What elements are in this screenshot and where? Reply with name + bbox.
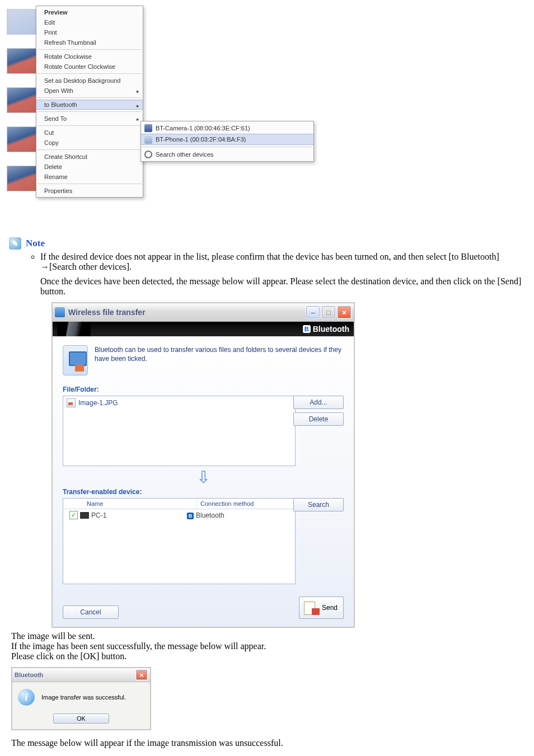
delete-button[interactable]: Delete — [293, 412, 344, 426]
note-bullet: If the desired device does not appear in… — [40, 252, 533, 297]
thumbnail-image — [6, 125, 38, 153]
col-connection-header[interactable]: Connection method — [197, 499, 295, 509]
window-body: Bluetooth can be used to transfer variou… — [53, 336, 354, 627]
search-icon — [144, 151, 152, 158]
brand-label: BBluetooth — [303, 325, 349, 334]
note-heading-row: ✎ Note — [9, 237, 533, 250]
context-menu: Preview Edit Print Refresh Thumbnail Rot… — [36, 6, 143, 198]
device-row[interactable]: ✓ PC-1 BBluetooth — [63, 509, 295, 521]
wireless-transfer-window: Wireless file transfer – □ × BBluetooth … — [51, 302, 355, 628]
paragraph-success: If the image has been sent successfully,… — [11, 641, 533, 651]
menu-send-to[interactable]: Send To▸ — [36, 114, 143, 124]
note-heading: Note — [26, 238, 45, 249]
info-icon: i — [18, 689, 35, 706]
menu-copy[interactable]: Copy — [36, 138, 143, 148]
brand-bar: BBluetooth — [53, 322, 354, 336]
device-name: PC-1 — [91, 511, 106, 519]
menu-preview[interactable]: Preview — [36, 7, 143, 17]
menu-cut[interactable]: Cut — [36, 128, 143, 138]
submenu-device-phone[interactable]: BT-Phone-1 (00:03:2F:04:BA:F3) — [141, 134, 313, 145]
search-button[interactable]: Search — [293, 498, 344, 511]
transfer-icon — [63, 345, 88, 375]
msgbox-title: Bluetooth — [15, 672, 43, 678]
menu-create-shortcut[interactable]: Create Shortcut — [36, 152, 143, 162]
paragraph-click-ok: Please click on the [OK] button. — [11, 651, 533, 661]
close-button[interactable]: × — [337, 306, 352, 319]
submenu-device-camera[interactable]: BT-Camera-1 (08:00:46:3E:CF:61) — [141, 123, 313, 134]
camera-icon — [144, 124, 152, 132]
paragraph-sent: The image will be sent. — [11, 631, 533, 641]
menu-to-bluetooth[interactable]: to Bluetooth▸ — [36, 100, 143, 110]
menu-delete[interactable]: Delete — [36, 162, 143, 172]
note-icon: ✎ — [9, 237, 21, 250]
note-list: If the desired device does not appear in… — [30, 252, 533, 297]
phone-icon — [144, 136, 152, 144]
note-paragraph: Once the devices have been detected, the… — [40, 276, 533, 297]
brand-decoration — [57, 322, 91, 336]
menu-properties[interactable]: Properties — [36, 186, 143, 196]
menu-rotate-ccw[interactable]: Rotate Counter Clockwise — [36, 62, 143, 72]
bluetooth-icon: B — [303, 325, 311, 333]
context-menu-screenshot: Preview Edit Print Refresh Thumbnail Rot… — [6, 6, 533, 227]
maximize-button[interactable]: □ — [321, 306, 336, 319]
device-checkbox[interactable]: ✓ — [69, 511, 78, 519]
msgbox-message: Image transfer was successful. — [41, 694, 126, 701]
menu-print[interactable]: Print — [36, 27, 143, 37]
file-list[interactable]: Image-1.JPG — [63, 396, 296, 466]
file-row[interactable]: Image-1.JPG — [67, 398, 292, 407]
device-table-header: Name Connection method — [63, 499, 295, 509]
thumbnail-image — [6, 165, 38, 192]
device-section-label: Transfer-enabled device: — [63, 488, 344, 496]
app-icon — [55, 307, 65, 317]
file-section-label: File/Folder: — [63, 386, 344, 393]
thumbnail-column — [6, 6, 39, 227]
menu-rename[interactable]: Rename — [36, 172, 143, 182]
menu-rotate-cw[interactable]: Rotate Clockwise — [36, 51, 143, 62]
thumbnail-image — [6, 86, 38, 114]
arrow-down-icon: ⇩ — [63, 467, 344, 487]
device-table: Name Connection method ✓ PC-1 BBluetooth — [63, 498, 296, 584]
minimize-button[interactable]: – — [306, 306, 320, 319]
file-name: Image-1.JPG — [78, 399, 118, 407]
add-button[interactable]: Add... — [293, 396, 344, 409]
menu-open-with[interactable]: Open With▸ — [36, 86, 143, 96]
thumbnail-blank — [6, 8, 38, 36]
menu-refresh-thumbnail[interactable]: Refresh Thumbnail — [36, 37, 143, 48]
msgbox-titlebar: Bluetooth × — [12, 668, 150, 682]
paragraph-unsuccessful: The message below will appear if the ima… — [11, 738, 533, 748]
submenu-search-devices[interactable]: Search other devices — [141, 149, 313, 160]
window-title: Wireless file transfer — [68, 308, 305, 317]
device-method: Bluetooth — [196, 511, 224, 519]
intro-text: Bluetooth can be used to transfer variou… — [95, 345, 344, 363]
pc-icon — [80, 512, 89, 519]
titlebar: Wireless file transfer – □ × — [53, 303, 354, 322]
menu-edit[interactable]: Edit — [36, 17, 143, 27]
cancel-button[interactable]: Cancel — [63, 605, 119, 619]
file-icon — [67, 398, 76, 407]
thumbnail-image — [6, 47, 38, 75]
menu-desktop-bg[interactable]: Set as Desktop Background — [36, 76, 143, 86]
bluetooth-submenu: BT-Camera-1 (08:00:46:3E:CF:61) BT-Phone… — [140, 121, 314, 162]
msgbox-close-button[interactable]: × — [135, 669, 148, 680]
ok-button[interactable]: OK — [53, 713, 109, 724]
send-button[interactable]: Send — [299, 597, 344, 619]
col-name-header[interactable]: Name — [83, 499, 197, 509]
bluetooth-icon: B — [187, 513, 194, 519]
send-icon — [303, 600, 320, 615]
success-messagebox: Bluetooth × i Image transfer was success… — [11, 667, 151, 730]
